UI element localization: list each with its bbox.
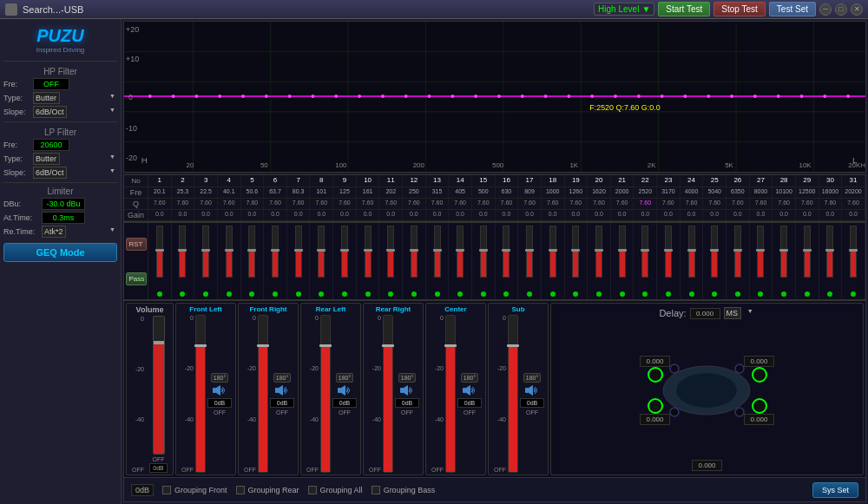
band-num-19[interactable]: 19 xyxy=(565,175,589,187)
fader-col-22[interactable] xyxy=(634,223,657,299)
band-freq-15[interactable]: 500 xyxy=(472,187,496,198)
band-gain-29[interactable]: 0.0 xyxy=(796,210,819,220)
fader-col-28[interactable] xyxy=(773,223,796,299)
band-gain-2[interactable]: 0.0 xyxy=(172,210,195,220)
band-freq-21[interactable]: 2000 xyxy=(611,187,635,198)
fader-track-15[interactable] xyxy=(480,226,487,278)
band-gain-6[interactable]: 0.0 xyxy=(264,210,287,220)
band-gain-25[interactable]: 0.0 xyxy=(703,210,727,220)
band-q-20[interactable]: 7.60 xyxy=(588,199,611,209)
minimize-button[interactable]: ─ xyxy=(819,3,832,16)
level-dropdown[interactable]: High Level ▼ xyxy=(594,3,654,16)
band-num-11[interactable]: 11 xyxy=(379,175,403,187)
band-num-6[interactable]: 6 xyxy=(264,175,287,187)
fader-track-18[interactable] xyxy=(549,226,556,278)
start-test-button[interactable]: Start Test xyxy=(658,2,710,16)
fader-track-29[interactable] xyxy=(804,226,811,278)
band-q-3[interactable]: 7.60 xyxy=(194,199,218,209)
fader-col-3[interactable] xyxy=(194,223,218,299)
fader-col-29[interactable] xyxy=(796,223,819,299)
phase-btn-4[interactable]: 180° xyxy=(461,373,478,383)
band-freq-23[interactable]: 3170 xyxy=(657,187,681,198)
pass-button[interactable]: Pass xyxy=(126,272,147,285)
band-num-14[interactable]: 14 xyxy=(449,175,472,187)
fader-track-24[interactable] xyxy=(688,226,695,278)
band-q-30[interactable]: 7.60 xyxy=(819,199,843,209)
band-num-17[interactable]: 17 xyxy=(518,175,542,187)
band-gain-24[interactable]: 0.0 xyxy=(681,210,704,220)
band-q-1[interactable]: 7.60 xyxy=(148,199,172,209)
phase-btn-0[interactable]: 180° xyxy=(211,373,228,383)
delay-rl-value[interactable]: 0.000 xyxy=(640,414,670,425)
band-freq-5[interactable]: 50.6 xyxy=(241,187,265,198)
lp-slope-select[interactable]: 6dB/Oct xyxy=(33,167,67,179)
band-gain-21[interactable]: 0.0 xyxy=(611,210,635,220)
band-q-19[interactable]: 7.60 xyxy=(565,199,589,209)
band-freq-19[interactable]: 1260 xyxy=(565,187,589,198)
fader-col-9[interactable] xyxy=(333,223,357,299)
restore-button[interactable]: □ xyxy=(835,3,847,16)
band-num-27[interactable]: 27 xyxy=(750,175,773,187)
band-q-23[interactable]: 7.60 xyxy=(657,199,681,209)
band-q-17[interactable]: 7.60 xyxy=(518,199,542,209)
fader-col-26[interactable] xyxy=(727,223,750,299)
band-num-10[interactable]: 10 xyxy=(357,175,380,187)
band-gain-12[interactable]: 0.0 xyxy=(403,210,426,220)
fader-col-11[interactable] xyxy=(379,223,403,299)
band-q-24[interactable]: 7.60 xyxy=(681,199,704,209)
band-num-12[interactable]: 12 xyxy=(403,175,426,187)
band-freq-6[interactable]: 63.7 xyxy=(264,187,287,198)
band-gain-26[interactable]: 0.0 xyxy=(727,210,750,220)
fader-track-30[interactable] xyxy=(826,226,833,278)
hp-type-select[interactable]: Butter xyxy=(33,92,60,104)
band-freq-12[interactable]: 250 xyxy=(403,187,426,198)
fader-col-5[interactable] xyxy=(241,223,265,299)
band-num-3[interactable]: 3 xyxy=(194,175,218,187)
band-gain-28[interactable]: 0.0 xyxy=(773,210,796,220)
band-num-18[interactable]: 18 xyxy=(542,175,565,187)
fader-col-19[interactable] xyxy=(565,223,589,299)
fader-track-22[interactable] xyxy=(641,226,648,278)
band-gain-14[interactable]: 0.0 xyxy=(449,210,472,220)
band-q-7[interactable]: 7.60 xyxy=(287,199,311,209)
fader-col-6[interactable] xyxy=(264,223,287,299)
fader-col-25[interactable] xyxy=(703,223,727,299)
band-q-9[interactable]: 7.60 xyxy=(333,199,357,209)
band-num-28[interactable]: 28 xyxy=(773,175,796,187)
ch-fader-2[interactable] xyxy=(320,315,331,473)
fader-col-12[interactable] xyxy=(403,223,426,299)
band-freq-26[interactable]: 6350 xyxy=(727,187,750,198)
band-gain-3[interactable]: 0.0 xyxy=(194,210,218,220)
band-gain-18[interactable]: 0.0 xyxy=(542,210,565,220)
band-gain-4[interactable]: 0.0 xyxy=(218,210,241,220)
delay-fl-knob[interactable] xyxy=(648,367,663,383)
test-set-button[interactable]: Test Set xyxy=(769,2,816,16)
band-q-25[interactable]: 7.60 xyxy=(703,199,727,209)
band-freq-29[interactable]: 12500 xyxy=(796,187,819,198)
band-num-23[interactable]: 23 xyxy=(657,175,681,187)
delay-fr-knob[interactable] xyxy=(752,367,767,383)
band-num-16[interactable]: 16 xyxy=(496,175,519,187)
fader-track-10[interactable] xyxy=(365,226,372,278)
band-q-10[interactable]: 7.60 xyxy=(357,199,380,209)
delay-rr-value[interactable]: 0.000 xyxy=(744,414,774,425)
band-freq-24[interactable]: 4000 xyxy=(681,187,704,198)
eq-graph-container[interactable]: +20 +10 0 -10 -20 20 50 100 200 500 1K 2… xyxy=(123,21,866,173)
band-q-2[interactable]: 7.60 xyxy=(172,199,195,209)
grouping-all-checkbox[interactable] xyxy=(308,486,317,494)
fader-col-13[interactable] xyxy=(426,223,450,299)
ch-fader-0[interactable] xyxy=(195,315,206,473)
band-q-21[interactable]: 7.60 xyxy=(611,199,635,209)
geq-mode-button[interactable]: GEQ Mode xyxy=(3,243,117,262)
band-num-7[interactable]: 7 xyxy=(287,175,311,187)
band-num-15[interactable]: 15 xyxy=(472,175,496,187)
phase-btn-2[interactable]: 180° xyxy=(336,373,353,383)
delay-value-top[interactable]: 0.000 xyxy=(690,308,720,319)
grouping-rear-checkbox[interactable] xyxy=(236,486,245,494)
band-freq-25[interactable]: 5040 xyxy=(703,187,727,198)
band-gain-13[interactable]: 0.0 xyxy=(426,210,450,220)
ch-fader-4[interactable] xyxy=(445,315,456,473)
band-q-12[interactable]: 7.60 xyxy=(403,199,426,209)
band-gain-30[interactable]: 0.0 xyxy=(819,210,843,220)
fader-col-31[interactable] xyxy=(842,223,865,299)
